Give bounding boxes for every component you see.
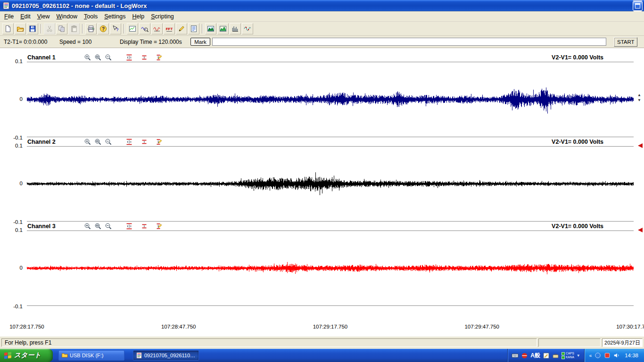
ime-language-icon[interactable] — [521, 352, 528, 359]
toolbar-separator — [41, 24, 41, 33]
scale-edit-icon[interactable] — [155, 53, 164, 61]
cut-icon[interactable] — [44, 23, 55, 34]
ime-pad-icon[interactable] — [543, 352, 550, 359]
ime-tools-icon[interactable] — [552, 352, 559, 359]
annotate-icon[interactable] — [176, 23, 187, 34]
trigger-marker-icon[interactable] — [638, 228, 643, 232]
channel-list: Channel 1 V2-V1= 0.000 Volts 0.1 0 -0.1 … — [0, 53, 644, 306]
ime-input-mode[interactable]: A般 — [530, 352, 540, 360]
y-axis-label-zero: 0 — [0, 265, 23, 271]
status-help-text: For Help, press F1 — [1, 338, 537, 347]
scale-full-icon[interactable] — [124, 53, 133, 61]
scale-edit-icon[interactable] — [155, 138, 164, 146]
channel-waveform[interactable] — [27, 147, 634, 221]
log-settings-icon[interactable] — [188, 23, 199, 34]
y-axis-label-zero: 0 — [0, 96, 23, 102]
save-file-icon[interactable] — [27, 23, 38, 34]
channel-3-panel: Channel 3 V2-V1= 0.000 Volts 0.1 0 -0.1 … — [0, 222, 644, 306]
zoom-out-icon[interactable] — [104, 222, 113, 230]
toolbar-separator — [82, 24, 83, 33]
open-file-icon[interactable] — [15, 23, 26, 34]
y-axis-label-top: 0.1 — [0, 227, 23, 233]
hide-tray-icons-chevron[interactable]: « — [589, 353, 592, 358]
filter-icon[interactable] — [230, 23, 241, 34]
tray-network-icon[interactable] — [594, 352, 601, 359]
menu-item-tools[interactable]: Tools — [81, 12, 101, 21]
app-icon — [2, 2, 10, 9]
zoom-in-icon[interactable] — [83, 222, 92, 230]
mark-button[interactable]: Mark — [190, 38, 210, 46]
taskbar-clock[interactable]: 14:38 — [625, 353, 638, 358]
zoom-in-icon[interactable] — [83, 53, 92, 61]
start-capture-button[interactable]: START — [614, 37, 637, 47]
about-icon[interactable] — [98, 23, 109, 34]
menu-item-settings[interactable]: Settings — [101, 12, 129, 21]
chart-view-icon[interactable] — [127, 23, 138, 34]
menu-item-help[interactable]: Help — [129, 12, 148, 21]
copy-icon[interactable] — [56, 23, 67, 34]
taskbar-task-2[interactable]: 09210705_09261102 -... — [133, 350, 199, 361]
v2v1-readout: V2-V1= 0.000 Volts — [552, 223, 603, 230]
scroll-up-icon[interactable]: ▲ — [637, 93, 641, 97]
trigger-marker-icon[interactable] — [638, 143, 643, 148]
scale-half-icon[interactable] — [140, 138, 149, 146]
menu-bar: FileEditViewWindowToolsSettingsHelpScrip… — [0, 11, 644, 22]
scale-half-icon[interactable] — [140, 53, 149, 61]
markers-view-icon[interactable] — [242, 23, 253, 34]
volume-icon[interactable] — [613, 352, 620, 359]
taskbar-tasks: USB DISK (F:)09210705_09261102 -... — [58, 349, 199, 362]
zoom-window-icon[interactable] — [93, 222, 102, 230]
status-date: 2025年9月27日 — [602, 338, 643, 347]
scale-half-icon[interactable] — [140, 222, 149, 230]
paste-icon[interactable] — [68, 23, 80, 34]
toolbar-separator — [124, 24, 124, 33]
zoom-out-icon[interactable] — [104, 53, 113, 61]
zoom-window-icon[interactable] — [93, 53, 102, 61]
channel-header: Channel 3 V2-V1= 0.000 Volts — [0, 222, 644, 230]
scale-full-icon[interactable] — [124, 222, 133, 230]
start-menu-button[interactable]: スタート — [0, 349, 53, 362]
channel-waveform[interactable] — [27, 231, 634, 305]
menu-item-view[interactable]: View — [34, 12, 53, 21]
mark-text-field[interactable] — [212, 38, 606, 46]
keyboard-icon[interactable] — [512, 352, 519, 359]
channel-toolbar — [83, 222, 165, 230]
scale-edit-icon[interactable] — [155, 222, 164, 230]
zoom-in-icon[interactable] — [83, 138, 92, 146]
caps-led — [561, 352, 565, 355]
plot-area: Channel 1 V2-V1= 0.000 Volts 0.1 0 -0.1 … — [0, 48, 644, 336]
channel-1-panel: Channel 1 V2-V1= 0.000 Volts 0.1 0 -0.1 … — [0, 53, 644, 137]
speed-readout: Speed = 100 — [59, 39, 120, 45]
menu-item-file[interactable]: File — [1, 12, 17, 21]
spectrogram-view-icon[interactable] — [217, 23, 229, 34]
print-icon[interactable] — [85, 23, 97, 34]
maximize-button[interactable] — [633, 1, 643, 11]
channel-scroll-arrows[interactable]: ▲▼ — [637, 93, 641, 102]
language-bar-options-icon[interactable]: ▼ — [577, 354, 580, 358]
tray-security-icon[interactable] — [604, 352, 611, 359]
kana-label: KANA — [566, 356, 574, 359]
new-file-icon[interactable] — [2, 23, 14, 34]
channel-waveform[interactable] — [27, 62, 634, 137]
voltage-meter-icon[interactable] — [151, 23, 163, 34]
context-help-icon[interactable] — [110, 23, 121, 34]
menu-item-edit[interactable]: Edit — [17, 12, 34, 21]
kana-led — [561, 356, 565, 359]
caps-kana-indicator[interactable]: CAPS KANA — [561, 352, 574, 359]
time-label-4: 107:29:47.750 — [464, 324, 499, 329]
channel-header: Channel 1 V2-V1= 0.000 Volts — [0, 53, 644, 62]
zoom-window-icon[interactable] — [93, 138, 102, 146]
y-axis-label-zero: 0 — [0, 181, 23, 186]
channel-label: Channel 3 — [27, 223, 71, 230]
zoom-waveform-icon[interactable] — [139, 23, 150, 34]
scale-full-icon[interactable] — [124, 138, 133, 146]
spectrum-view-icon[interactable] — [205, 23, 216, 34]
fft-icon[interactable] — [164, 23, 175, 34]
menu-item-scripting[interactable]: Scripting — [148, 12, 177, 21]
control-bar: T2-T1= 0:0:0.000 Speed = 100 Display Tim… — [0, 36, 644, 48]
scroll-down-icon[interactable]: ▼ — [637, 99, 641, 102]
taskbar-task-1[interactable]: USB DISK (F:) — [58, 350, 124, 361]
menu-item-window[interactable]: Window — [53, 12, 81, 21]
zoom-out-icon[interactable] — [104, 138, 113, 146]
y-axis-label-top: 0.1 — [0, 143, 23, 148]
